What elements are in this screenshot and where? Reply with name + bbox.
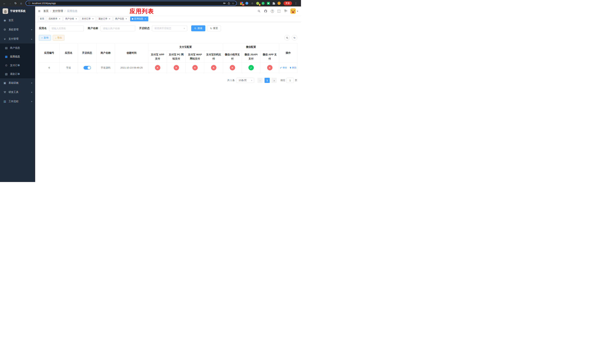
screen: ← → ↻ ⌂ ⓘ localhost:1024/pay/app ☆ 10: [0, 0, 301, 182]
alipay-wap-pay-status-icon: ×: [192, 65, 198, 70]
cell-actions: 修改 删除: [279, 63, 298, 73]
page-content: 应用名 商户名称 开启状态 请选择开启状态 ▾: [35, 22, 301, 182]
share-icon[interactable]: [227, 2, 230, 5]
fullscreen-icon[interactable]: [276, 8, 282, 14]
tab-user-group[interactable]: 用户分组 ×: [64, 16, 79, 21]
browser-home-icon[interactable]: ⌂: [19, 1, 24, 6]
sidebar-item-home[interactable]: ◉ 首页: [0, 16, 35, 25]
tab-home[interactable]: 首页: [38, 16, 46, 21]
active-dot: [132, 18, 133, 20]
add-button[interactable]: + 新增: [39, 35, 51, 41]
extension-dark-icon[interactable]: [250, 1, 254, 5]
search-filter-bar: 应用名 商户名称 开启状态 请选择开启状态 ▾: [39, 25, 297, 31]
browser-forward-icon[interactable]: →: [7, 1, 13, 6]
help-icon[interactable]: ?: [269, 8, 275, 14]
reset-button[interactable]: ↻ 重置: [207, 25, 221, 31]
sidebar-item-refund-order[interactable]: ▧ 退款订单: [0, 70, 35, 78]
font-size-icon[interactable]: TT: [283, 8, 288, 14]
profile-face-icon[interactable]: [277, 1, 281, 5]
browser-menu-icon[interactable]: ⋮: [294, 2, 298, 5]
sidebar-item-infra[interactable]: ▣ 基础设施 ▾: [0, 78, 35, 87]
chevron-down-icon: ▾: [31, 100, 32, 103]
export-button[interactable]: ↓ 导出: [53, 35, 64, 41]
extensions-puzzle-icon[interactable]: [272, 1, 275, 5]
close-icon[interactable]: ×: [58, 18, 61, 20]
chevron-down-icon: ▾: [31, 91, 32, 94]
extension-avatar-icon[interactable]: 1: [256, 1, 259, 5]
tab-refund-order[interactable]: 退款订单 ×: [97, 16, 113, 21]
close-icon[interactable]: ×: [75, 18, 77, 20]
sidebar-item-pay-order[interactable]: ⊙ 支付订单: [0, 61, 35, 70]
sidebar-item-system[interactable]: ⚙ 系统管理 ▾: [0, 25, 35, 34]
cell-app-name: 芋道: [59, 63, 78, 73]
tools-icon: ⚒: [3, 91, 7, 94]
sidebar-item-app-info[interactable]: ▦ 应用信息: [0, 52, 35, 61]
extension-badge: 10: [242, 4, 244, 6]
goto-page-input[interactable]: [287, 78, 294, 83]
wechat-mini-pay-status-icon: ×: [230, 65, 235, 70]
col-alipay-qr: 支付宝扫码支付: [204, 51, 223, 63]
extension-wechat-devtools-icon[interactable]: [267, 1, 270, 5]
extension-green-check-icon[interactable]: ✓: [261, 1, 265, 5]
app-name-input[interactable]: [49, 25, 84, 31]
edit-link[interactable]: 修改: [280, 66, 287, 69]
close-icon[interactable]: ×: [108, 18, 111, 20]
password-key-icon[interactable]: [223, 2, 226, 5]
workflow-icon: ▥: [3, 100, 7, 103]
table-toolbar: + 新增 ↓ 导出 ↻: [39, 35, 297, 41]
delete-link[interactable]: 删除: [290, 66, 297, 69]
app-enable-toggle[interactable]: [84, 66, 91, 70]
status-select[interactable]: 请选择开启状态 ▾: [152, 25, 187, 31]
tags-view-bar: 首页 流程表单 × 用户分组 × 支付订单 × 退款订单 ×: [35, 16, 301, 22]
avatar-caret-icon[interactable]: ▾: [297, 10, 298, 12]
tab-merchant-info[interactable]: 商户信息 ×: [113, 16, 129, 21]
site-info-icon[interactable]: ⓘ: [28, 2, 31, 5]
close-icon[interactable]: ×: [144, 18, 147, 20]
user-avatar[interactable]: [290, 8, 296, 14]
address-bar[interactable]: ⓘ localhost:1024/pay/app ☆: [26, 1, 237, 6]
sidebar-item-workflow[interactable]: ▥ 工作流程 ▾: [0, 97, 35, 106]
sidebar-item-payment[interactable]: ¥ 支付管理 ▴: [0, 34, 35, 43]
breadcrumb-payment[interactable]: 支付管理: [53, 10, 63, 13]
chevron-down-icon: ▾: [251, 79, 252, 82]
close-icon[interactable]: ×: [125, 18, 128, 20]
search-icon[interactable]: [256, 8, 262, 14]
close-icon[interactable]: ×: [92, 18, 94, 20]
url-text[interactable]: localhost:1024/pay/app: [32, 2, 222, 5]
col-merchant-name: 商户名称: [97, 43, 115, 63]
extension-drop-icon[interactable]: [245, 1, 249, 5]
page-size-select[interactable]: 10条/页 ▾: [236, 78, 254, 83]
logo-avatar-image: [3, 8, 8, 14]
hamburger-icon[interactable]: ≡: [38, 9, 40, 13]
sidebar-item-devtools[interactable]: ⚒ 研发工具 ▾: [0, 87, 35, 97]
group-header-alipay: 支付宝配置: [148, 43, 223, 51]
browser-reload-icon[interactable]: ↻: [13, 1, 18, 6]
breadcrumb-home[interactable]: 首页: [43, 10, 49, 13]
col-app-name: 应用名: [59, 43, 78, 63]
tab-app-info[interactable]: 应用信息 ×: [130, 16, 148, 21]
app-logo[interactable]: 芋道管理系统: [0, 7, 35, 16]
refresh-table-button[interactable]: ↻: [292, 35, 297, 41]
browser-back-icon[interactable]: ←: [2, 1, 7, 6]
browser-chrome: ← → ↻ ⌂ ⓘ localhost:1024/pay/app ☆ 10: [0, 0, 301, 7]
toggle-search-button[interactable]: [284, 35, 290, 41]
pagination: 共 1 条 10条/页 ▾ ‹ 1 › 前往 页: [39, 78, 297, 83]
sidebar-item-merchant-info[interactable]: ▤ 商户信息: [0, 43, 35, 52]
tab-process-form[interactable]: 流程表单 ×: [47, 16, 63, 21]
refresh-icon: ↻: [210, 27, 212, 30]
browser-update-button[interactable]: 更新: [283, 1, 292, 5]
wechat-jsapi-pay-status-icon: ✓: [248, 65, 254, 70]
bookmark-star-icon[interactable]: ☆: [232, 2, 234, 5]
github-icon[interactable]: [263, 8, 269, 14]
extension-colorful-icon[interactable]: 10: [240, 1, 243, 5]
merchant-name-input[interactable]: [100, 25, 135, 31]
page-number-button[interactable]: 1: [265, 78, 270, 83]
chevron-up-icon: ▴: [31, 38, 32, 40]
col-wechat-mini: 微信小程序支付: [223, 51, 242, 63]
search-button[interactable]: 搜索: [191, 25, 205, 31]
breadcrumb-app-info: 应用信息: [67, 10, 77, 13]
refresh-icon: ↻: [294, 36, 296, 39]
prev-page-button[interactable]: ‹: [258, 78, 263, 83]
next-page-button[interactable]: ›: [272, 78, 277, 83]
tab-pay-order[interactable]: 支付订单 ×: [80, 16, 96, 21]
